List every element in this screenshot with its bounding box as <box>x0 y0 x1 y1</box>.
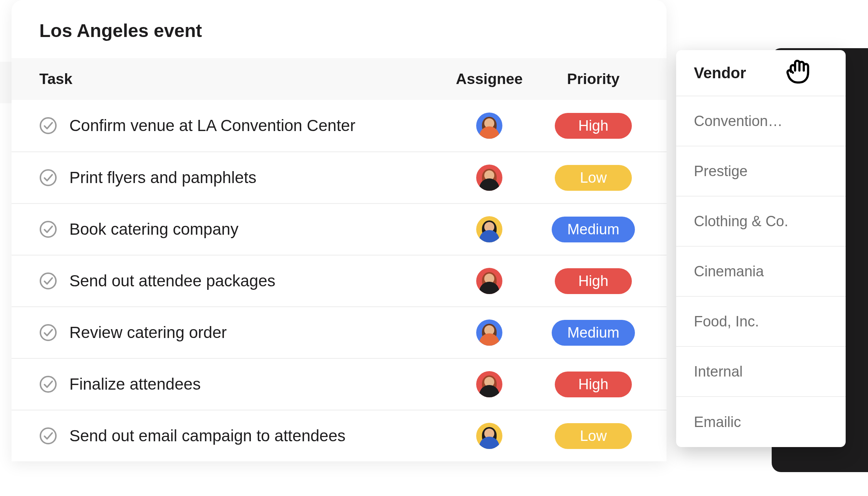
vendor-column-panel[interactable]: Vendor Convention…PrestigeClothing & Co.… <box>676 50 846 447</box>
priority-cell: Low <box>539 423 647 449</box>
assignee-avatar[interactable] <box>476 165 502 191</box>
priority-pill[interactable]: High <box>555 268 632 294</box>
assignee-avatar[interactable] <box>476 268 502 294</box>
svg-point-3 <box>40 273 56 289</box>
assignee-cell <box>439 423 539 449</box>
task-cell: Confirm venue at LA Convention Center <box>39 116 439 135</box>
priority-cell: High <box>539 268 647 294</box>
page-title: Los Angeles event <box>12 0 667 58</box>
task-row[interactable]: Print flyers and pamphletsLow <box>12 151 667 203</box>
assignee-avatar[interactable] <box>476 319 502 346</box>
task-row[interactable]: Send out email campaign to attendeesLow <box>12 410 667 461</box>
column-header-task[interactable]: Task <box>39 71 439 87</box>
task-row[interactable]: Book catering companyMedium <box>12 203 667 255</box>
svg-point-4 <box>40 325 56 340</box>
assignee-cell <box>439 319 539 346</box>
priority-pill[interactable]: High <box>555 372 632 397</box>
vendor-item[interactable]: Prestige <box>676 146 846 197</box>
priority-cell: Medium <box>539 217 647 242</box>
complete-toggle-icon[interactable] <box>39 324 57 341</box>
priority-pill[interactable]: Medium <box>552 320 635 346</box>
assignee-cell <box>439 165 539 191</box>
complete-toggle-icon[interactable] <box>39 117 57 135</box>
svg-point-1 <box>40 170 56 185</box>
priority-pill[interactable]: Medium <box>552 217 635 242</box>
assignee-avatar[interactable] <box>476 371 502 397</box>
complete-toggle-icon[interactable] <box>39 427 57 445</box>
svg-point-2 <box>40 222 56 237</box>
task-name[interactable]: Send out attendee packages <box>69 272 275 290</box>
vendor-item[interactable]: Clothing & Co. <box>676 197 846 247</box>
complete-toggle-icon[interactable] <box>39 169 57 187</box>
column-header-priority[interactable]: Priority <box>539 71 647 87</box>
task-row[interactable]: Send out attendee packagesHigh <box>12 255 667 306</box>
table-header-row: Task Assignee Priority <box>12 58 667 100</box>
vendor-item[interactable]: Convention… <box>676 96 846 146</box>
task-cell: Review catering order <box>39 323 439 342</box>
priority-pill[interactable]: Low <box>555 423 632 449</box>
priority-pill[interactable]: Low <box>555 165 632 191</box>
task-cell: Send out attendee packages <box>39 272 439 290</box>
task-cell: Finalize attendees <box>39 375 439 393</box>
task-name[interactable]: Send out email campaign to attendees <box>69 427 346 445</box>
task-name[interactable]: Finalize attendees <box>69 375 201 393</box>
assignee-avatar[interactable] <box>476 216 502 242</box>
svg-point-0 <box>40 118 56 133</box>
svg-point-5 <box>40 377 56 392</box>
vendor-item[interactable]: Emailic <box>676 397 846 447</box>
task-row[interactable]: Finalize attendeesHigh <box>12 358 667 410</box>
task-name[interactable]: Confirm venue at LA Convention Center <box>69 116 355 135</box>
priority-cell: Low <box>539 165 647 191</box>
task-cell: Print flyers and pamphlets <box>39 168 439 187</box>
vendor-column-header[interactable]: Vendor <box>676 50 846 96</box>
assignee-avatar[interactable] <box>476 423 502 449</box>
vendor-item[interactable]: Food, Inc. <box>676 297 846 347</box>
task-name[interactable]: Review catering order <box>69 323 227 342</box>
task-row[interactable]: Confirm venue at LA Convention CenterHig… <box>12 100 667 151</box>
complete-toggle-icon[interactable] <box>39 272 57 290</box>
assignee-avatar[interactable] <box>476 113 502 139</box>
priority-cell: High <box>539 113 647 139</box>
task-table: Task Assignee Priority Confirm venue at … <box>12 58 667 461</box>
task-cell: Send out email campaign to attendees <box>39 427 439 445</box>
complete-toggle-icon[interactable] <box>39 375 57 393</box>
complete-toggle-icon[interactable] <box>39 220 57 238</box>
priority-pill[interactable]: High <box>555 113 632 139</box>
column-header-assignee[interactable]: Assignee <box>439 71 539 87</box>
priority-cell: High <box>539 372 647 397</box>
priority-cell: Medium <box>539 320 647 346</box>
assignee-cell <box>439 113 539 139</box>
task-cell: Book catering company <box>39 220 439 239</box>
project-card: Los Angeles event Task Assignee Priority… <box>12 0 667 461</box>
task-name[interactable]: Print flyers and pamphlets <box>69 168 257 187</box>
task-row[interactable]: Review catering orderMedium <box>12 306 667 358</box>
vendor-item[interactable]: Cinemania <box>676 247 846 297</box>
assignee-cell <box>439 371 539 397</box>
svg-point-6 <box>40 428 56 444</box>
grab-cursor-icon <box>782 53 817 88</box>
vendor-item[interactable]: Internal <box>676 347 846 397</box>
assignee-cell <box>439 216 539 242</box>
task-name[interactable]: Book catering company <box>69 220 238 239</box>
assignee-cell <box>439 268 539 294</box>
